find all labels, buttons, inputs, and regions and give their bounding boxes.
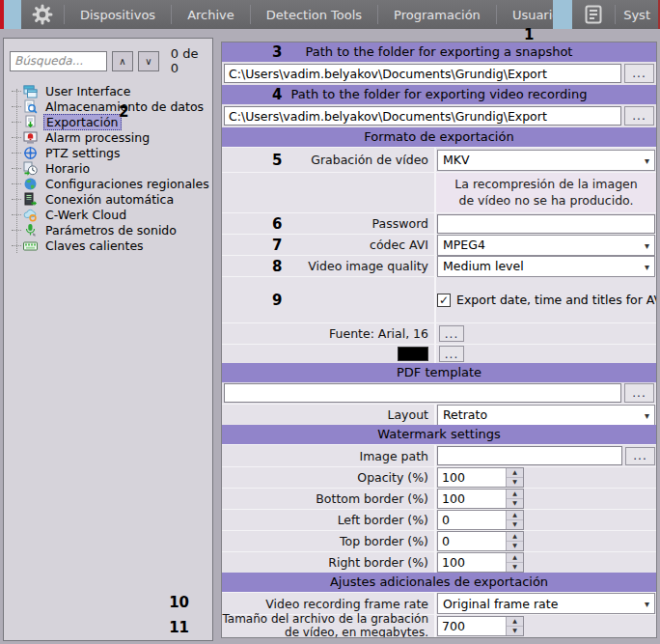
bottom-border-label: Bottom border (%) [316, 491, 428, 506]
tree-item-c-werk-cloud[interactable]: C-Werk Cloud [4, 207, 212, 222]
opacity-spinner[interactable]: 100 ▲ ▼ [437, 467, 524, 488]
layout-dropdown[interactable]: Retrato ▾ [437, 405, 655, 426]
spin-down-icon[interactable]: ▼ [507, 542, 523, 551]
video-path-input[interactable] [224, 106, 621, 126]
tree-item-label: Parámetros de sonido [43, 223, 179, 238]
video-browse-button[interactable]: ... [624, 106, 654, 126]
spin-down-icon[interactable]: ▼ [507, 499, 523, 509]
menu-item-detection-tools[interactable]: Detection Tools [251, 0, 377, 29]
chevron-down-icon: ▾ [645, 154, 649, 165]
cloud-icon [23, 208, 39, 222]
tree-item-configuraciones-regionales[interactable]: Configuraciones regionales [4, 176, 212, 191]
spin-down-icon[interactable]: ▼ [507, 627, 523, 636]
search-next-button[interactable]: ∨ [138, 51, 159, 71]
snapshot-browse-button[interactable]: ... [624, 64, 654, 83]
video-format-value: MKV [443, 153, 470, 167]
font-color-row: ... [222, 344, 656, 363]
menu-item-dispositivos[interactable]: Dispositivos [65, 0, 171, 29]
video-format-dropdown[interactable]: MKV ▾ [437, 150, 655, 171]
tree-item-parametros-de-sonido[interactable]: Parámetros de sonido [4, 222, 212, 238]
search-prev-button[interactable]: ∧ [112, 51, 133, 71]
format-header-label: Formato de exportación [364, 129, 513, 144]
quality-row: 8 Video image quality Medium level ▾ [222, 255, 656, 276]
avi-codec-value: MPEG4 [443, 238, 485, 252]
opacity-row: Opacity (%) 100 ▲ ▼ [222, 466, 656, 488]
pdf-template-browse-button[interactable]: ... [624, 383, 654, 403]
report-icon[interactable] [572, 0, 615, 29]
filesize-value: 700 [438, 617, 506, 635]
globe-icon [23, 177, 39, 191]
spin-up-icon[interactable]: ▲ [507, 532, 523, 542]
menu-bar: DispositivosArchiveDetection ToolsProgra… [0, 0, 660, 29]
tree-item-conexion-automatica[interactable]: Conexión automática [4, 191, 212, 207]
right-border-spinner[interactable]: 100 ▲ ▼ [437, 552, 524, 573]
top-border-spinner[interactable]: 0 ▲ ▼ [437, 531, 524, 551]
avi-codec-dropdown[interactable]: MPEG4 ▾ [437, 235, 655, 256]
spin-down-icon[interactable]: ▼ [507, 563, 523, 573]
snapshot-path-row: ... [222, 62, 656, 85]
avi-titles-row: 9 ✓ Export date, time and titles for AVI [222, 276, 656, 322]
filesize-row: Tamaño del archivo de la grabación de ví… [222, 614, 656, 637]
font-browse-button[interactable]: ... [439, 325, 464, 342]
spin-down-icon[interactable]: ▼ [507, 478, 523, 488]
avi-titles-checkbox-label: Export date, time and titles for AVI [456, 293, 657, 307]
additional-settings-header-label: Ajustes adicionales de exportación [330, 574, 548, 589]
font-color-browse-button[interactable]: ... [439, 346, 464, 362]
tree-item-label: C-Werk Cloud [43, 208, 128, 222]
opacity-label: Opacity (%) [357, 470, 428, 485]
gear-icon[interactable] [21, 0, 64, 29]
opacity-value: 100 [438, 468, 506, 487]
tree-item-label: Conexión automática [43, 192, 176, 207]
callout-3: 3 [272, 45, 282, 60]
filesize-spinner[interactable]: 700 ▲ ▼ [437, 616, 524, 636]
left-border-spinner[interactable]: 0 ▲ ▼ [437, 510, 524, 530]
tree-item-label: Alarm processing [43, 130, 151, 145]
spin-down-icon[interactable]: ▼ [507, 520, 523, 530]
watermark-header: Watermark settings [222, 425, 656, 444]
top-border-label: Top border (%) [340, 534, 428, 548]
search-input[interactable] [10, 51, 107, 71]
spin-up-icon[interactable]: ▲ [507, 490, 523, 499]
tree-item-alarm-processing[interactable]: Alarm processing [4, 129, 212, 145]
spin-up-icon[interactable]: ▲ [507, 617, 523, 627]
tree-item-exportacion[interactable]: Exportación [4, 114, 212, 129]
password-label: Password [372, 216, 428, 231]
tree-item-label: Horario [43, 161, 92, 176]
callout-6: 6 [272, 216, 282, 231]
callout-1: 1 [524, 28, 534, 42]
image-path-input[interactable] [437, 446, 622, 465]
check-icon: ✓ [439, 294, 449, 306]
tree-item-almacenamiento-de-datos[interactable]: Almacenamiento de datos [4, 98, 212, 114]
tree-item-user-interface[interactable]: User Interface [4, 83, 212, 98]
tree-item-claves-calientes[interactable]: Claves calientes [4, 238, 212, 253]
callout-7: 7 [272, 238, 282, 252]
menu-item-programacion[interactable]: Programación [378, 0, 496, 29]
snapshot-path-input[interactable] [224, 64, 621, 83]
image-path-browse-button[interactable]: ... [625, 447, 655, 465]
font-color-swatch [398, 347, 428, 361]
tree-item-horario[interactable]: Horario [4, 160, 212, 176]
pdf-template-input[interactable] [224, 383, 621, 403]
framerate-dropdown[interactable]: Original frame rate ▾ [437, 593, 655, 614]
spin-up-icon[interactable]: ▲ [507, 553, 523, 563]
tree-item-ptz-settings[interactable]: PTZ settings [4, 145, 212, 160]
spin-up-icon[interactable]: ▲ [507, 511, 523, 520]
menu-item-archive[interactable]: Archive [172, 0, 250, 29]
top-border-row: Top border (%) 0 ▲ ▼ [222, 530, 656, 551]
filesize-label: Tamaño del archivo de la grabación de ví… [222, 613, 428, 638]
password-input[interactable] [437, 214, 655, 234]
window-icon [23, 84, 39, 98]
menu-item-system[interactable]: Syst [616, 0, 658, 29]
top-border-value: 0 [438, 532, 506, 550]
avi-titles-checkbox[interactable]: ✓ [437, 294, 451, 307]
bottom-border-spinner[interactable]: 100 ▲ ▼ [437, 489, 524, 509]
pdf-template-row: ... [222, 382, 656, 404]
quality-dropdown[interactable]: Medium level ▾ [437, 256, 655, 277]
video-format-row: 5 Grabación de vídeo MKV ▾ [222, 147, 656, 172]
callout-4: 4 [272, 88, 282, 102]
spin-up-icon[interactable]: ▲ [507, 468, 523, 478]
search-result-counter: 0 de 0 [171, 46, 206, 75]
framerate-label: Video recording frame rate [265, 597, 428, 611]
options-sidebar: ∧ ∨ 0 de 0 User InterfaceAlmacenamiento … [3, 38, 213, 641]
menu-item-usuarios[interactable]: Usuarios [497, 0, 553, 29]
